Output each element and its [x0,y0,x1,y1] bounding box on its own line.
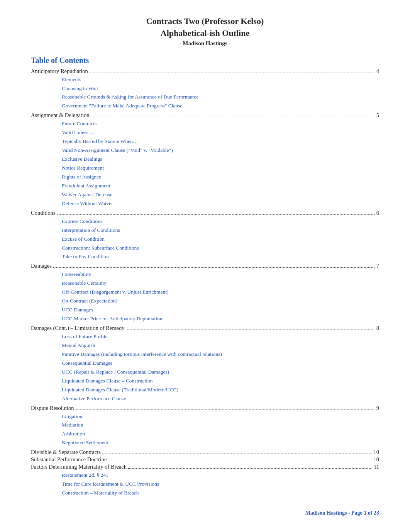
sub-entry[interactable]: Government "Failure to Make Adequate Pro… [62,102,379,110]
section-title: Damages (Cont.) – Limitation of Remedy [31,325,124,331]
section-title: Assignment & Delegation [31,112,89,119]
section-entry: Divisible & Separate Contracts10 [31,449,379,456]
sub-entry[interactable]: Construction – Materiality of Breach [62,489,379,498]
sub-entry[interactable]: Liquidated Damages Clause – Construction [62,377,379,386]
sub-entry[interactable]: Valid Unless… [62,128,379,137]
section-title: Divisible & Separate Contracts [31,449,101,456]
sub-entry[interactable]: UCC Market Price for Anticipatory Repudi… [62,314,379,323]
sub-entry[interactable]: UCC Damages [62,306,379,314]
section-title: Damages [31,263,52,269]
sub-entry[interactable]: Liquidated Damages Clause (Traditional/M… [62,386,379,394]
sub-entry[interactable]: Litigation [62,412,379,421]
section-entry: Substantial Performance Doctrine10 [31,456,379,463]
section-entry: Damages (Cont.) – Limitation of Remedy8 [31,325,379,331]
section-dots [76,410,375,410]
sub-entries: Loss of Future ProfitsMental AnguishPuni… [31,332,379,403]
toc-heading: Table of Contents [31,56,379,65]
sub-entry[interactable]: Exclusive Dealings [62,155,379,164]
page-subtitle: - Madison Hastings - [31,40,379,47]
sub-entry[interactable]: Valid Non-Assignment Clause ("Void" v. "… [62,146,379,155]
section-title: Dispute Resolution [31,405,74,411]
sub-entry[interactable]: Mediation [62,421,379,430]
footer: Madison Hastings - Page 1 of 23 [31,510,379,516]
sub-entry[interactable]: Elements [62,75,379,84]
sub-entries: Restatement 2d. § 241Time for Cure Resta… [31,471,379,498]
sub-entry[interactable]: Restatement 2d. § 241 [62,471,379,480]
sub-entry[interactable]: Fraudulent Assignment [62,182,379,190]
section-page-num: 9 [376,405,379,411]
section-dots [91,117,374,117]
sub-entry[interactable]: Interpretation of Conditions [62,226,379,235]
sub-entry[interactable]: Negotiated Settlement [62,439,379,447]
sub-entry[interactable]: Reasonable Grounds & Asking for Assuranc… [62,93,379,102]
section-dots [126,330,374,330]
sub-entries: ElementsChoosing to WaitReasonable Groun… [31,75,379,111]
section-title: Conditions [31,210,56,216]
sub-entry[interactable]: Alternative Performace Clause [62,394,379,403]
sub-entry[interactable]: Typically Barred by Statute When… [62,137,379,146]
sub-entry[interactable]: Excuse of Condition [62,235,379,244]
section-dots [90,73,375,73]
section-page-num: 10 [374,449,380,456]
sub-entry[interactable]: Foreseeability [62,270,379,279]
section-entry: Conditions6 [31,210,379,216]
section-page-num: 6 [376,210,379,216]
sub-entry[interactable]: Rights of Assignee [62,173,379,182]
sub-entry[interactable]: UCC (Repair & Replace / Consequential Da… [62,368,379,377]
section-entry: Factors Determining Materiality of Breac… [31,464,379,470]
section-dots [53,267,375,268]
section-title: Factors Determining Materiality of Breac… [31,464,127,470]
sub-entry[interactable]: Punitive Damages (including tortious int… [62,350,379,359]
section-dots [57,214,375,215]
sub-entry[interactable]: Notice Requirement [62,164,379,173]
section-page-num: 11 [374,464,379,470]
section-entry: Dispute Resolution9 [31,405,379,411]
section-title: Substantial Performance Doctrine [31,456,107,463]
section-dots [128,468,372,469]
sub-entry[interactable]: Choosing to Wait [62,84,379,93]
sub-entries: LitigationMediationArbitrationNegotiated… [31,412,379,448]
sub-entry[interactable]: Off-Contract (Disgorgement v. Unjust Enr… [62,288,379,297]
section-page-num: 4 [376,68,379,75]
sub-entry[interactable]: Loss of Future Profits [62,332,379,341]
sub-entries: Express ConditionsInterpretation of Cond… [31,217,379,262]
sub-entry[interactable]: Mental Anguish [62,341,379,350]
section-dots [102,454,372,454]
sub-entry[interactable]: Express Conditions [62,217,379,226]
sub-entry[interactable]: Arbitration [62,430,379,439]
page-header: Contracts Two (Professor Kelso) Alphabet… [31,15,379,47]
page-title: Contracts Two (Professor Kelso) Alphabet… [31,15,379,39]
sub-entry[interactable]: Future Contracts [62,119,379,128]
section-dots [108,461,372,461]
section-page-num: 8 [376,325,379,331]
sub-entry[interactable]: On-Contract (Expectation) [62,297,379,306]
sub-entry[interactable]: Construction: Subsurface Conditions [62,244,379,253]
section-page-num: 5 [376,112,379,119]
section-entry: Assignment & Delegation5 [31,112,379,119]
section-page-num: 10 [374,456,380,463]
sub-entry[interactable]: Consequential Damages [62,359,379,368]
sub-entry[interactable]: Waiver Against Defense [62,190,379,199]
sub-entry[interactable]: Defense Without Waiver [62,199,379,208]
sub-entry[interactable]: Take or Pay Condition [62,252,379,261]
sub-entries: ForeseeabilityReasonable CertaintyOff-Co… [31,270,379,323]
sub-entry[interactable]: Time for Cure Restatement & UCC Provisio… [62,480,379,489]
sub-entry[interactable]: Reasonable Certainty [62,279,379,288]
section-page-num: 7 [376,263,379,269]
section-entry: Damages7 [31,263,379,269]
section-entry: Anticipatory Repudiation4 [31,68,379,75]
toc-body: Anticipatory Repudiation4ElementsChoosin… [31,68,379,498]
sub-entries: Future ContractsValid Unless…Typically B… [31,119,379,208]
section-title: Anticipatory Repudiation [31,68,88,75]
